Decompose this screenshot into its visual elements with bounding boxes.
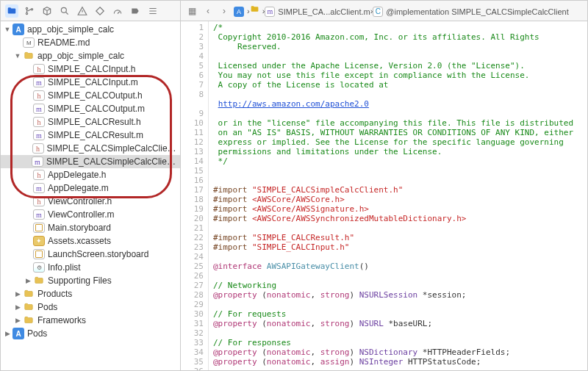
nav-breakpoints-icon[interactable] xyxy=(129,4,142,18)
code-line xyxy=(213,367,583,370)
tree-row[interactable]: hSIMPLE_CALCOutput.h xyxy=(1,89,180,102)
folder-icon xyxy=(33,275,45,287)
project-navigator: ▼Aapp_objc_simple_calcMREADME.md▼app_obj… xyxy=(1,21,181,370)
nav-tests-icon[interactable] xyxy=(93,4,107,18)
tree-row-label: Main.storyboard xyxy=(48,223,111,233)
tree-row[interactable]: hSIMPLE_CALCInput.h xyxy=(1,62,180,76)
line-number: 29 xyxy=(182,300,204,309)
editor-jump-bar: ▦ ‹ › A››mSIMPLE_CA...alcClient.m›C@impl… xyxy=(181,1,587,21)
breadcrumb-segment[interactable] xyxy=(250,4,262,15)
disclosure-triangle-icon[interactable]: ▶ xyxy=(14,290,21,298)
tree-row[interactable]: ✦Assets.xcassets xyxy=(1,234,180,248)
plist-file-icon: ⚙ xyxy=(33,262,45,273)
line-number: 7 xyxy=(182,80,204,90)
code-line: @interface AWSAPIGatewayClient() xyxy=(213,262,583,271)
tree-row[interactable]: hViewController.h xyxy=(1,195,180,208)
impl-file-icon: m xyxy=(32,156,43,167)
tree-row[interactable]: ⚙Info.plist xyxy=(1,261,180,274)
tree-row-label: Pods xyxy=(27,328,47,339)
line-number: 14 xyxy=(182,156,204,166)
tree-row[interactable]: ▼app_objc_simple_calc xyxy=(1,49,180,62)
tree-row[interactable]: ▼Aapp_objc_simple_calc xyxy=(1,23,180,36)
nav-source-control-icon[interactable] xyxy=(23,4,36,18)
forward-button[interactable]: › xyxy=(218,4,231,18)
disclosure-triangle-icon[interactable]: ▼ xyxy=(4,26,11,33)
tree-row-label: SIMPLE_CALCOutput.m xyxy=(48,104,145,114)
tree-row[interactable]: ▶Pods xyxy=(1,300,180,314)
tree-row-label: AppDelegate.h xyxy=(48,170,106,180)
tree-row-label: Supporting Files xyxy=(48,275,112,286)
breadcrumb-segment[interactable]: C@implementation SIMPLE_CALCSimpleCalcCl… xyxy=(373,7,568,17)
breadcrumb-segment[interactable]: A xyxy=(234,7,247,17)
source-editor[interactable]: 12345678 9101112131415161718192021222324… xyxy=(181,21,587,370)
tree-row[interactable]: mViewController.m xyxy=(1,208,180,221)
disclosure-triangle-icon[interactable]: ▶ xyxy=(24,277,32,284)
tree-row[interactable]: hAppDelegate.h xyxy=(1,168,180,181)
disclosure-triangle-icon[interactable]: ▶ xyxy=(14,317,21,324)
nav-issues-icon[interactable] xyxy=(76,4,89,18)
tree-row[interactable]: ▶Frameworks xyxy=(1,314,180,327)
tree-row[interactable]: LaunchScreen.storyboard xyxy=(1,248,180,261)
tree-row[interactable]: hSIMPLE_CALCSimpleCalcClient.h xyxy=(1,142,180,155)
tree-row[interactable]: mSIMPLE_CALCOutput.m xyxy=(1,102,180,115)
tree-row-label: Frameworks xyxy=(37,315,86,325)
tree-row-label: Assets.xcassets xyxy=(48,236,111,246)
nav-files-icon[interactable] xyxy=(5,4,18,18)
related-items-icon[interactable]: ▦ xyxy=(185,4,198,18)
tree-row-label: AppDelegate.m xyxy=(48,183,109,193)
code-line: express or implied. See the License for … xyxy=(213,137,583,147)
tree-row[interactable]: Main.storyboard xyxy=(1,221,180,234)
nav-reports-icon[interactable] xyxy=(146,4,159,18)
tree-row[interactable]: mSIMPLE_CALCInput.m xyxy=(1,76,180,89)
code-line: Licensed under the Apache License, Versi… xyxy=(213,61,583,71)
tree-row[interactable]: mSIMPLE_CALCSimpleCalcClient.m xyxy=(1,155,180,168)
impl-file-icon: m xyxy=(33,183,45,193)
tree-row[interactable]: hSIMPLE_CALCResult.h xyxy=(1,115,180,129)
tree-row[interactable]: MREADME.md xyxy=(1,36,180,49)
header-file-icon: h xyxy=(33,117,45,127)
code-line: @property (nonatomic, strong) NSURL *bas… xyxy=(213,319,583,328)
line-number: 12 xyxy=(182,137,204,147)
code-line: on an "AS IS" BASIS, WITHOUT WARRANTIES … xyxy=(213,128,583,137)
impl-file-icon: m xyxy=(33,104,45,114)
header-file-icon: h xyxy=(33,170,45,180)
back-button[interactable]: ‹ xyxy=(201,4,215,18)
disclosure-triangle-icon[interactable]: ▼ xyxy=(14,52,21,60)
line-number: 34 xyxy=(182,347,204,357)
line-number: 13 xyxy=(182,147,204,156)
tree-row-label: SIMPLE_CALCInput.m xyxy=(48,77,138,87)
nav-debug-icon[interactable] xyxy=(111,4,124,18)
nav-find-icon[interactable] xyxy=(58,4,71,18)
disclosure-triangle-icon[interactable]: ▶ xyxy=(14,303,21,311)
nav-symbols-icon[interactable] xyxy=(40,4,54,18)
line-number: 36 xyxy=(182,367,204,370)
breadcrumb[interactable]: A››mSIMPLE_CA...alcClient.m›C@implementa… xyxy=(234,4,569,17)
header-file-icon: h xyxy=(33,90,45,101)
project-icon: A xyxy=(12,328,24,339)
tree-row-label: ViewController.h xyxy=(48,196,112,206)
tree-row[interactable]: mAppDelegate.m xyxy=(1,181,180,195)
line-number: 15 xyxy=(182,166,204,176)
tree-row-label: Pods xyxy=(37,302,57,312)
tree-row[interactable]: ▶APods xyxy=(1,327,180,340)
line-number: 10 xyxy=(182,118,204,128)
tree-row-label: app_objc_simple_calc xyxy=(27,24,114,35)
code-area[interactable]: /* Copyright 2010-2016 Amazon.com, Inc. … xyxy=(209,21,587,370)
tree-row[interactable]: mSIMPLE_CALCResult.m xyxy=(1,129,180,142)
tree-row[interactable]: ▶Products xyxy=(1,287,180,300)
line-number: 32 xyxy=(182,328,204,338)
line-number: 23 xyxy=(182,242,204,252)
line-number: 26 xyxy=(182,271,204,281)
tree-row-label: SIMPLE_CALCOutput.h xyxy=(48,90,143,101)
impl-file-icon: m xyxy=(33,130,45,140)
tree-row-label: SIMPLE_CALCInput.h xyxy=(48,64,135,74)
tree-row[interactable]: ▶Supporting Files xyxy=(1,274,180,287)
tree-row-label: app_objc_simple_calc xyxy=(37,51,124,61)
code-line xyxy=(213,51,583,61)
ide-window: ▦ ‹ › A››mSIMPLE_CA...alcClient.m›C@impl… xyxy=(0,0,588,371)
line-number: 25 xyxy=(182,262,204,271)
code-line xyxy=(213,271,583,281)
breadcrumb-segment[interactable]: mSIMPLE_CA...alcClient.m xyxy=(265,7,370,17)
svg-point-0 xyxy=(26,7,27,9)
disclosure-triangle-icon[interactable]: ▶ xyxy=(4,330,11,337)
